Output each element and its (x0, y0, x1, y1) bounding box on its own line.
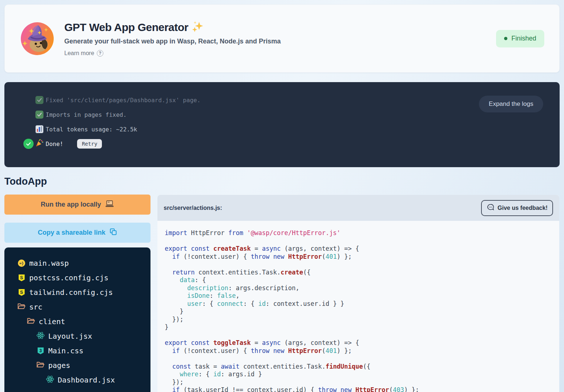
code-line: import HttpError from '@wasp/core/HttpEr… (165, 229, 552, 237)
tree-item-Dashboard.jsx[interactable]: Dashboard.jsx (4, 373, 150, 387)
code-line: } (165, 323, 552, 331)
status-label: Finished (511, 35, 536, 42)
code-line: if (!context.user) { throw new HttpError… (165, 347, 552, 355)
code-line: isDone: false, (165, 292, 552, 300)
run-button-label: Run the app locally (41, 201, 101, 208)
code-line: }); (165, 316, 552, 324)
react-icon (46, 375, 54, 385)
code-line: if (!context.user) { throw new HttpError… (165, 253, 552, 261)
learn-more-link[interactable]: Learn more ? (64, 50, 103, 57)
tree-item-label: postcss.config.cjs (29, 273, 108, 282)
tree-item-src[interactable]: src (4, 300, 150, 314)
bar-chart-icon (35, 125, 43, 133)
app-header-card: GPT Web App Generator Generate your full… (4, 4, 560, 73)
code-line: data: { (165, 276, 552, 284)
tree-item-pages[interactable]: pages (4, 358, 150, 373)
laptop-icon (105, 200, 114, 210)
log-entries: Fixed 'src/client/pages/Dashboard.jsx' p… (4, 82, 560, 151)
code-line: const task = await context.entities.Task… (165, 363, 552, 371)
code-line: where: { id: args.id } (165, 370, 552, 378)
generation-log-panel: Fixed 'src/client/pages/Dashboard.jsx' p… (4, 82, 560, 167)
code-line: if (task.userId !== context.user.id) { t… (165, 386, 552, 392)
log-entry-text: Done! (46, 141, 63, 147)
css-file-icon: 3 (38, 347, 44, 354)
code-line: } (165, 308, 552, 316)
code-content: import HttpError from '@wasp/core/HttpEr… (157, 221, 559, 392)
page-subtitle: Generate your full-stack web app in Wasp… (64, 38, 281, 45)
done-check-circle-icon (23, 139, 34, 149)
tree-item-main.wasp[interactable]: =}main.wasp (4, 256, 150, 270)
current-file-label: src/server/actions.js: (164, 205, 222, 211)
speech-bubble-icon (487, 203, 495, 213)
code-line: export const toggleTask = async (args, c… (165, 339, 552, 347)
tree-item-Main.css[interactable]: 3Main.css (4, 343, 150, 358)
share-button-label: Copy a shareable link (38, 229, 105, 237)
log-entry-text: Total tokens usage: ~22.5k (46, 126, 137, 133)
js-file-icon: S (19, 274, 25, 281)
app-name-heading: TodoApp (4, 176, 47, 187)
code-line: export const createTask = async (args, c… (165, 245, 552, 253)
wasp-icon: =} (18, 260, 25, 267)
file-tree-panel: =}main.waspSpostcss.config.cjsStailwind.… (4, 247, 150, 392)
tree-item-label: Main.css (48, 346, 83, 355)
code-viewer-header: src/server/actions.js: Give us feedback! (157, 195, 559, 221)
tree-item-postcss.config.cjs[interactable]: Spostcss.config.cjs (4, 270, 150, 285)
sparkles-icon (191, 20, 204, 34)
tree-item-label: Layout.jsx (48, 332, 92, 341)
code-line (165, 355, 552, 363)
learn-more-label: Learn more (64, 50, 94, 57)
tree-item-label: main.wasp (29, 259, 69, 268)
question-mark-icon: ? (97, 50, 103, 57)
copy-shareable-link-button[interactable]: Copy a shareable link (4, 223, 150, 243)
log-entry-text: Fixed 'src/client/pages/Dashboard.jsx' p… (46, 97, 201, 104)
page-title: GPT Web App Generator (64, 21, 188, 34)
run-app-locally-button[interactable]: Run the app locally (4, 195, 150, 215)
status-dot-icon (504, 37, 507, 40)
check-badge-icon (35, 111, 43, 119)
log-entry: Imports in pages fixed. (23, 107, 560, 122)
tree-item-client[interactable]: client (4, 314, 150, 329)
log-entry: Done!Retry (23, 137, 560, 151)
code-line: user: { connect: { id: context.user.id }… (165, 300, 552, 308)
code-line (165, 237, 552, 245)
react-icon (36, 331, 45, 341)
status-badge: Finished (496, 30, 544, 47)
js-file-icon: S (19, 289, 25, 296)
wizard-bee-logo-icon (20, 22, 54, 55)
tree-item-label: src (29, 303, 42, 311)
tree-item-Layout.jsx[interactable]: Layout.jsx (4, 329, 150, 343)
code-line: return context.entities.Task.create({ (165, 269, 552, 277)
tree-item-label: client (39, 317, 65, 326)
tree-item-label: Dashboard.jsx (58, 376, 115, 384)
give-feedback-button[interactable]: Give us feedback! (481, 200, 553, 216)
tree-item-tailwind.config.cjs[interactable]: Stailwind.config.cjs (4, 285, 150, 300)
folder-icon (18, 303, 26, 311)
tree-item-label: tailwind.config.cjs (29, 288, 113, 297)
folder-icon (27, 317, 35, 326)
wasp-mage-logo (20, 22, 54, 55)
folder-icon (37, 361, 45, 370)
copy-icon (109, 228, 117, 238)
party-popper-icon (35, 139, 44, 149)
code-line: description: args.description, (165, 284, 552, 292)
code-line (165, 331, 552, 339)
tree-item-label: pages (48, 361, 70, 370)
log-status-column (23, 139, 35, 149)
log-entry-text: Imports in pages fixed. (46, 111, 127, 118)
feedback-button-label: Give us feedback! (498, 205, 548, 211)
code-line: }); (165, 378, 552, 387)
code-viewer-panel: src/server/actions.js: Give us feedback!… (157, 195, 559, 392)
check-badge-icon (35, 96, 43, 104)
log-entry: Total tokens usage: ~22.5k (23, 122, 560, 137)
expand-logs-button[interactable]: Expand the logs (479, 96, 543, 112)
retry-button[interactable]: Retry (77, 139, 102, 149)
code-line (165, 261, 552, 269)
